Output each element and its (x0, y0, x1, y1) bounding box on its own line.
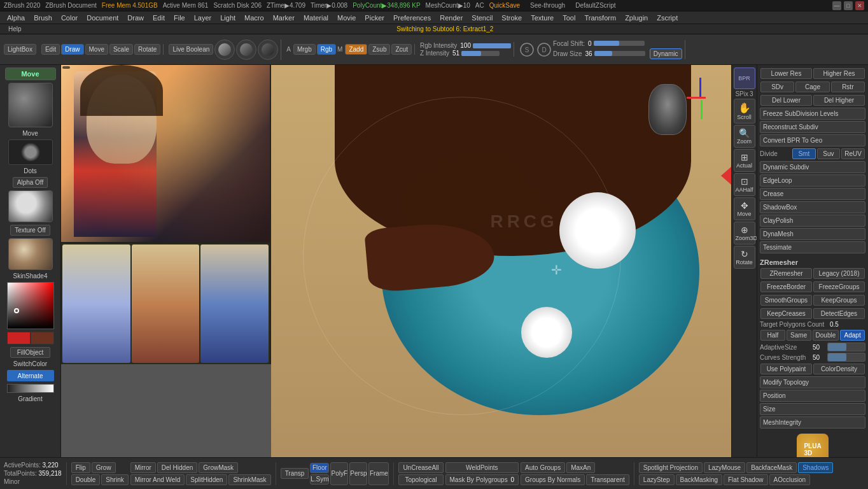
quick-save[interactable]: QuickSave (489, 2, 520, 9)
grow-btn[interactable]: Grow (92, 462, 116, 473)
menu-stroke[interactable]: Stroke (497, 13, 526, 23)
zsub-btn[interactable]: Zsub (368, 44, 390, 55)
menu-material[interactable]: Material (299, 13, 333, 23)
menu-texture[interactable]: Texture (526, 13, 558, 23)
backface-mask-btn[interactable]: BackfaceMask (746, 462, 797, 473)
claypolish-btn[interactable]: ClayPolish (760, 215, 865, 227)
color-density-btn[interactable]: ColorDensity (813, 364, 865, 374)
gradient-strip[interactable] (7, 384, 54, 393)
switch-color-label[interactable]: SwitchColor (13, 360, 47, 367)
mirror-weld-btn[interactable]: Mirror And Weld (130, 474, 185, 485)
transparent-btn[interactable]: Transparent (586, 474, 629, 485)
lazy-step-btn[interactable]: LazyStep (639, 474, 675, 485)
shrink-btn[interactable]: Shrink (101, 474, 128, 485)
lightbox-panel-btn[interactable]: Move (5, 67, 56, 80)
scroll-btn[interactable]: ✋ Scroll (734, 99, 755, 124)
zremesher-btn[interactable]: ZRemesher (760, 268, 812, 279)
alternate-btn[interactable]: Alternate (7, 370, 54, 381)
menu-brush[interactable]: Brush (29, 13, 57, 23)
dynamesh-btn[interactable]: DynaMesh (760, 228, 865, 240)
use-polypaint-btn[interactable]: Use Polypaint (760, 364, 812, 374)
scale-btn[interactable]: Scale (109, 44, 133, 55)
menu-color[interactable]: Color (57, 13, 82, 23)
edit-btn[interactable]: Edit (41, 44, 60, 55)
3d-viewport[interactable]: ✛ RRCG (271, 65, 731, 457)
lazy-mouse-btn[interactable]: LazyMouse (704, 462, 745, 473)
d-icon[interactable]: D (536, 42, 552, 57)
draw-size-slider[interactable] (594, 51, 645, 56)
smt-btn[interactable]: Smt (792, 148, 816, 159)
menu-light[interactable]: Light (216, 13, 240, 23)
zadd-btn[interactable]: Zadd (345, 44, 367, 55)
brush-dots[interactable] (8, 139, 53, 165)
uncrease-btn[interactable]: UnCreaseAll (398, 462, 443, 473)
curves-slider[interactable] (827, 353, 865, 362)
menu-draw[interactable]: Draw (123, 13, 148, 23)
keep-groups-btn[interactable]: KeepGroups (813, 295, 865, 306)
head-model-preview[interactable] (648, 84, 687, 135)
menu-help[interactable]: Help (4, 24, 26, 34)
double-btn[interactable]: Double (813, 330, 839, 341)
groups-normals-btn[interactable]: Groups By Normals (521, 474, 585, 485)
polyf-icon[interactable]: PolyF (330, 462, 348, 485)
convert-bpr-btn[interactable]: Convert BPR To Geo (760, 134, 865, 146)
menu-picker[interactable]: Picker (360, 13, 389, 23)
s-icon[interactable]: S (519, 42, 535, 57)
dynamic-subdiv-btn[interactable]: Dynamic Subdiv (760, 161, 865, 173)
edgeloop-btn[interactable]: EdgeLoop (760, 174, 865, 187)
menu-zplugin[interactable]: Zplugin (620, 13, 652, 23)
menu-marker[interactable]: Marker (269, 13, 299, 23)
live-boolean-btn[interactable]: Live Boolean (169, 44, 213, 55)
cage-btn[interactable]: Cage (795, 82, 829, 92)
sdiv-btn[interactable]: SDv (760, 82, 794, 92)
zcut-btn[interactable]: Zcut (391, 44, 411, 55)
default-script[interactable]: DefaultZScript (575, 2, 615, 9)
aocclusion-btn[interactable]: AOcclusion (769, 474, 811, 485)
del-lower-btn[interactable]: Del Lower (760, 95, 812, 106)
detect-edges-btn[interactable]: DetectEdges (813, 308, 865, 319)
weld-points-btn[interactable]: WeldPoints (445, 462, 519, 473)
win-min-btn[interactable]: — (832, 1, 841, 10)
mask-polygroups-btn[interactable]: Mask By Polygroups 0 (445, 474, 519, 485)
del-hidden-btn[interactable]: Del Hidden (157, 462, 197, 473)
color-picker[interactable] (7, 282, 54, 329)
focal-slider[interactable] (594, 41, 645, 46)
menu-zscript[interactable]: Zscript (652, 13, 682, 23)
move-btn[interactable]: Move (85, 44, 108, 55)
win-close-btn[interactable]: ✕ (855, 1, 864, 10)
spotlight-btn[interactable]: Spotlight Projection (639, 462, 703, 473)
topological-btn[interactable]: Topological (398, 474, 443, 485)
auto-groups-btn[interactable]: Auto Groups (521, 462, 565, 473)
material-swatch[interactable] (8, 238, 53, 270)
adaptive-size-slider[interactable] (827, 343, 865, 351)
del-higher-btn[interactable]: Del Higher (813, 95, 865, 106)
draw-btn[interactable]: Draw (61, 44, 83, 55)
menu-transform[interactable]: Transform (580, 13, 620, 23)
lightbox-btn[interactable]: LightBox (4, 44, 36, 55)
rgb-intensity-slider[interactable] (473, 43, 511, 48)
legacy-btn[interactable]: Legacy (2018) (813, 268, 865, 279)
canvas-area[interactable]: ✛ RRCG (61, 65, 731, 457)
double-bottom-btn[interactable]: Double (71, 474, 101, 485)
mrgb-btn[interactable]: Mrgb (293, 44, 316, 55)
smooth-groups-btn[interactable]: SmoothGroups (760, 295, 812, 306)
menu-alpha[interactable]: Alpha (3, 13, 29, 23)
lower-res-btn[interactable]: Lower Res (760, 68, 812, 79)
backmasking-btn[interactable]: BackMasking (676, 474, 722, 485)
boolean-icon2[interactable] (236, 39, 256, 60)
dynamic-btn[interactable]: Dynamic (650, 48, 682, 59)
color-secondary[interactable] (31, 332, 54, 344)
suv-btn[interactable]: Suv (817, 148, 841, 159)
menu-layer[interactable]: Layer (190, 13, 216, 23)
lsym-icon[interactable]: L.Sym (310, 474, 329, 485)
menu-document[interactable]: Document (82, 13, 123, 23)
tessimate-btn[interactable]: Tessimate (760, 241, 865, 253)
freeze-subdiv-btn[interactable]: Freeze SubDivision Levels (760, 108, 865, 120)
flat-shadow-btn[interactable]: Flat Shadow (724, 474, 768, 485)
rotate-btn[interactable]: Rotate (134, 44, 160, 55)
menu-stencil[interactable]: Stencil (467, 13, 497, 23)
mirror-btn[interactable]: Mirror (130, 462, 156, 473)
reuv-btn[interactable]: ReUV (841, 148, 865, 159)
win-max-btn[interactable]: □ (844, 1, 853, 10)
texture-swatch[interactable] (8, 190, 53, 222)
